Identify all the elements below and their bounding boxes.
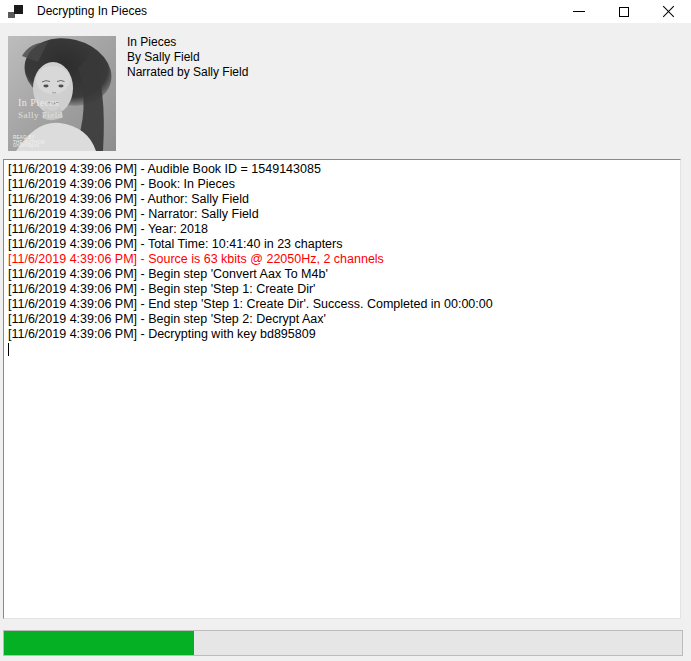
log-line: [11/6/2019 4:39:06 PM] - Begin step 'Con…	[8, 267, 676, 282]
log-line: [11/6/2019 4:39:06 PM] - Begin step 'Ste…	[8, 312, 676, 327]
log-line: [11/6/2019 4:39:06 PM] - Audible Book ID…	[8, 162, 676, 177]
progress-bar	[3, 630, 683, 656]
app-icon-square-big	[14, 5, 23, 14]
minimize-button[interactable]	[556, 0, 601, 23]
window-title: Decrypting In Pieces	[37, 3, 147, 20]
log-line: [11/6/2019 4:39:06 PM] - Begin step 'Ste…	[8, 282, 676, 297]
progress-fill	[4, 631, 194, 655]
cover-title-text: In Pieces	[18, 97, 59, 108]
maximize-icon	[619, 7, 629, 17]
title-bar: Decrypting In Pieces	[0, 0, 691, 23]
cover-edition-text: Unabridged	[13, 143, 39, 148]
log-line: [11/6/2019 4:39:06 PM] - Author: Sally F…	[8, 192, 676, 207]
minimize-icon	[573, 11, 585, 12]
log-textbox[interactable]: [11/6/2019 4:39:06 PM] - Audible Book ID…	[3, 159, 681, 619]
maximize-button[interactable]	[601, 0, 646, 23]
book-cover: In Pieces Sally Field READ BY THE AUTHOR…	[8, 36, 116, 151]
log-line: [11/6/2019 4:39:06 PM] - Book: In Pieces	[8, 177, 676, 192]
cover-author-text: Sally Field	[18, 110, 63, 120]
app-icon	[8, 4, 24, 20]
cover-portrait-art	[8, 36, 116, 151]
book-info: In Pieces By Sally Field Narrated by Sal…	[127, 35, 248, 80]
log-caret-line	[8, 342, 676, 357]
book-narrator-line: Narrated by Sally Field	[127, 65, 248, 80]
window-controls	[556, 0, 691, 23]
log-line: [11/6/2019 4:39:06 PM] - Source is 63 kb…	[8, 252, 676, 267]
close-button[interactable]	[646, 0, 691, 23]
log-line: [11/6/2019 4:39:06 PM] - Narrator: Sally…	[8, 207, 676, 222]
app-window: Decrypting In Pieces	[0, 0, 691, 661]
log-line: [11/6/2019 4:39:06 PM] - Year: 2018	[8, 222, 676, 237]
book-title: In Pieces	[127, 35, 248, 50]
book-author-line: By Sally Field	[127, 50, 248, 65]
close-icon	[662, 5, 675, 18]
log-line: [11/6/2019 4:39:06 PM] - Total Time: 10:…	[8, 237, 676, 252]
text-cursor	[8, 343, 9, 356]
log-line: [11/6/2019 4:39:06 PM] - End step 'Step …	[8, 297, 676, 312]
log-line: [11/6/2019 4:39:06 PM] - Decrypting with…	[8, 327, 676, 342]
